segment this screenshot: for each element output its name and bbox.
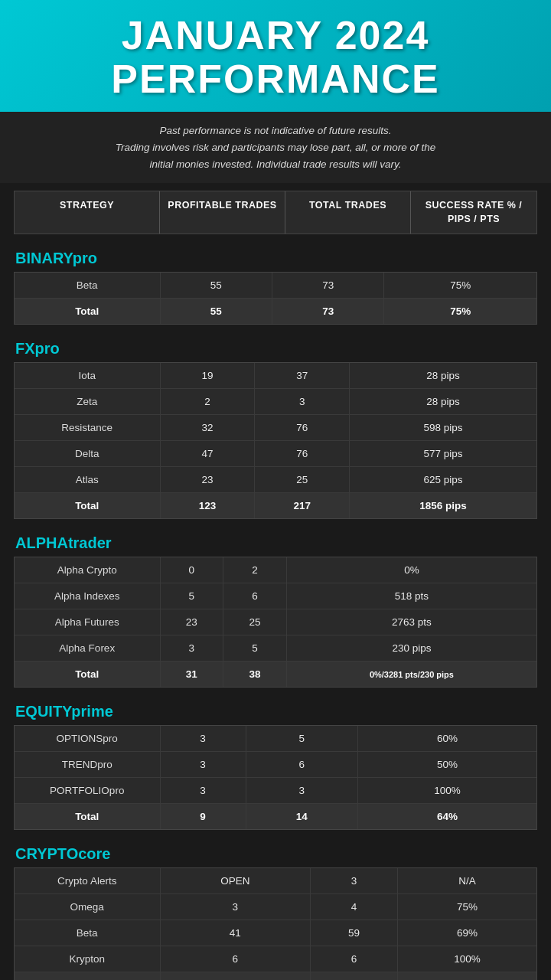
col-header-strategy: STRATEGY: [15, 191, 160, 234]
cell-success: 518 pts: [286, 583, 536, 609]
cell-profitable: 55: [160, 273, 272, 299]
cell-profitable: 47: [160, 441, 255, 467]
cell-total: 73: [272, 299, 383, 325]
table-row: Delta 47 76 577 pips: [15, 441, 536, 467]
table-row: Atlas 23 25 625 pips: [15, 467, 536, 493]
cell-strategy: Total: [15, 299, 160, 325]
cell-total: 76: [255, 441, 350, 467]
table-row: Zeta 2 3 28 pips: [15, 389, 536, 415]
cell-total: 3: [255, 389, 350, 415]
cell-strategy: Beta: [15, 273, 160, 299]
cell-success: 77%: [397, 972, 536, 980]
cell-profitable: 32: [160, 415, 255, 441]
table-row: Beta 41 59 69%: [15, 920, 536, 946]
main-content: STRATEGY PROFITABLE TRADES TOTAL TRADES …: [0, 183, 551, 980]
cell-strategy: Iota: [15, 363, 160, 389]
cell-success: 50%: [358, 752, 536, 778]
cell-total: 76: [255, 415, 350, 441]
cell-total: 6: [311, 946, 398, 972]
cell-total: 25: [223, 609, 287, 635]
cell-strategy: Krypton: [15, 946, 160, 972]
cell-strategy: Alpha Crypto: [15, 557, 160, 583]
table-row: Crypto Alerts OPEN 3 N/A: [15, 868, 536, 894]
cell-profitable: 123: [160, 493, 255, 519]
cell-total: 37: [255, 363, 350, 389]
cell-total: 6: [246, 752, 357, 778]
cell-success: 28 pips: [350, 389, 536, 415]
cell-strategy: TRENDpro: [15, 752, 160, 778]
table-row: OPTIONSpro 3 5 60%: [15, 726, 536, 752]
cell-strategy: Total: [15, 662, 160, 688]
cell-success: 230 pips: [286, 635, 536, 662]
table-row: Alpha Futures 23 25 2763 pts: [15, 609, 536, 635]
cell-total: 3: [246, 778, 357, 804]
cell-total: 25: [255, 467, 350, 493]
table-row: PORTFOLIOpro 3 3 100%: [15, 778, 536, 804]
cell-profitable: 23: [160, 467, 255, 493]
cell-total: 2: [223, 557, 287, 583]
disclaimer-section: Past performance is not indicative of fu…: [0, 112, 551, 183]
table-row: Resistance 32 76 598 pips: [15, 415, 536, 441]
cell-success: 625 pips: [350, 467, 536, 493]
cell-profitable: 9: [160, 804, 246, 830]
table-row: TRENDpro 3 6 50%: [15, 752, 536, 778]
cell-success: 60%: [358, 726, 536, 752]
col-header-total: TOTAL TRADES: [285, 191, 411, 234]
table-column-headers: STRATEGY PROFITABLE TRADES TOTAL TRADES …: [14, 191, 537, 234]
cell-profitable: 0: [160, 557, 223, 583]
cell-profitable: 5: [160, 583, 223, 609]
cell-success: N/A: [397, 868, 536, 894]
cell-success: 1856 pips: [350, 493, 536, 519]
cell-strategy: Beta: [15, 920, 160, 946]
cell-profitable: 3: [160, 778, 246, 804]
table-row: Beta 55 73 75%: [15, 273, 536, 299]
section-title-crypto-core: CRYPTOcore: [14, 841, 537, 867]
cell-success: 64%: [358, 804, 536, 830]
cell-total: 6: [223, 583, 287, 609]
cell-success: 2763 pts: [286, 609, 536, 635]
cell-total: 3: [311, 868, 398, 894]
cell-strategy: Total: [15, 972, 160, 980]
table-row-total: Total 31 38 0%/3281 pts/230 pips: [15, 662, 536, 688]
cell-strategy: Alpha Indexes: [15, 583, 160, 609]
cell-strategy: Alpha Forex: [15, 635, 160, 662]
section-title-fx-pro: FXpro: [14, 335, 537, 362]
cell-total: 5: [246, 726, 357, 752]
table-row: Alpha Crypto 0 2 0%: [15, 557, 536, 583]
table-row-total: Total 9 14 64%: [15, 804, 536, 830]
cell-success: 577 pips: [350, 441, 536, 467]
cell-profitable: OPEN: [160, 868, 311, 894]
section-title-alpha-trader: ALPHAtrader: [14, 530, 537, 557]
table-row: Alpha Indexes 5 6 518 pts: [15, 583, 536, 609]
cell-success: 598 pips: [350, 415, 536, 441]
cell-profitable: 55: [160, 299, 272, 325]
cell-strategy: Omega: [15, 894, 160, 920]
disclaimer-text: Past performance is not indicative of fu…: [23, 122, 528, 172]
section-binary-pro: BINARYpro Beta 55 73 75% Total 55 73 75%: [14, 245, 537, 325]
cell-total: 14: [246, 804, 357, 830]
cell-profitable: 3: [160, 894, 311, 920]
cell-success: 75%: [384, 273, 536, 299]
cell-total: 5: [223, 635, 287, 662]
cell-total: 38: [223, 662, 287, 688]
cell-success: 100%: [397, 946, 536, 972]
table-row: Omega 3 4 75%: [15, 894, 536, 920]
cell-total: 73: [272, 273, 383, 299]
cell-strategy: Alpha Futures: [15, 609, 160, 635]
table-equity-prime: OPTIONSpro 3 5 60% TRENDpro 3 6 50% PORT…: [14, 725, 537, 830]
cell-strategy: Zeta: [15, 389, 160, 415]
cell-strategy: OPTIONSpro: [15, 726, 160, 752]
cell-profitable: 23: [160, 609, 223, 635]
table-crypto-core: Crypto Alerts OPEN 3 N/A Omega 3 4 75% B…: [14, 867, 537, 980]
cell-profitable: 3: [160, 726, 246, 752]
page-title: JANUARY 2024 PERFORMANCE: [15, 14, 536, 101]
section-fx-pro: FXpro Iota 19 37 28 pips Zeta 2 3 28 pip…: [14, 335, 537, 519]
table-binary-pro: Beta 55 73 75% Total 55 73 75%: [14, 272, 537, 325]
table-row: Iota 19 37 28 pips: [15, 363, 536, 389]
cell-profitable: 3: [160, 752, 246, 778]
cell-profitable: 6: [160, 946, 311, 972]
table-row-total: Total 123 217 1856 pips: [15, 493, 536, 519]
cell-profitable: 3: [160, 635, 223, 662]
cell-success: 28 pips: [350, 363, 536, 389]
cell-total: 4: [311, 894, 398, 920]
